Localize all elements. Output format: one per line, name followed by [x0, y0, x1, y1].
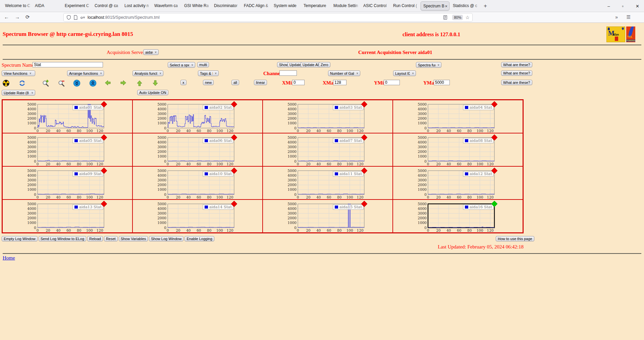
- what-are-these-button-3[interactable]: What are these?: [501, 80, 532, 85]
- arrow-right-icon[interactable]: [120, 79, 127, 87]
- spectrum-cell-aida13[interactable]: 010002000300040005000020406080100120aida…: [2, 200, 132, 233]
- tab-close-icon[interactable]: ×: [445, 2, 447, 10]
- what-are-these-button-1[interactable]: What are these?: [501, 62, 532, 67]
- xmax-input[interactable]: [333, 80, 346, 85]
- spectrum-cell-aida03[interactable]: 010002000300040005000020406080100120aida…: [263, 100, 393, 133]
- new-button[interactable]: new: [203, 80, 214, 85]
- browser-tab[interactable]: Welcome to C: [3, 1, 32, 10]
- browser-tab[interactable]: Experiment C: [62, 1, 91, 10]
- log-button[interactable]: Reset: [104, 236, 118, 241]
- auto-update-button[interactable]: Auto Update ON: [137, 90, 168, 95]
- arrow-left-icon[interactable]: [104, 79, 111, 87]
- update-rate-dropdown[interactable]: Update Rate (8 secs): [2, 90, 35, 96]
- browser-tab[interactable]: GSI White Ra: [182, 1, 211, 10]
- midas-logo[interactable]: M idas: [606, 26, 625, 42]
- zero-button[interactable]: Zero: [319, 62, 330, 67]
- spectrum-cell-aida05[interactable]: 010002000300040005000020406080100120aida…: [2, 133, 132, 166]
- number-of-galleries-dropdown[interactable]: Number of Galleries: [328, 70, 360, 76]
- select-spectrum-dropdown[interactable]: Select a spectrum: [168, 62, 195, 68]
- collapse-vertical-icon[interactable]: [73, 79, 80, 87]
- zoom-out-icon[interactable]: [58, 79, 65, 87]
- spectrum-cell-aida10[interactable]: 010002000300040005000020406080100120aida…: [132, 166, 263, 200]
- browser-tab[interactable]: System wide: [271, 1, 300, 10]
- spectrum-cell-aida12[interactable]: 010002000300040005000020406080100120aida…: [393, 166, 523, 200]
- hamburger-menu-icon[interactable]: ☰: [626, 14, 631, 20]
- spectrum-cell-aida08[interactable]: 010002000300040005000020406080100120aida…: [393, 133, 523, 166]
- analysis-functions-dropdown[interactable]: Analysis functions: [132, 70, 163, 76]
- tcl-powered-logo[interactable]: TCL POWERED: [626, 26, 635, 42]
- spectrum-cell-aida14[interactable]: 010002000300040005000020406080100120aida…: [132, 200, 263, 233]
- all-button[interactable]: all: [231, 80, 239, 85]
- spectrum-cell-aida15[interactable]: 010002000300040005000020406080100120aida…: [263, 200, 393, 233]
- back-icon[interactable]: ←: [4, 14, 9, 20]
- how-to-use-button[interactable]: How to use this page: [496, 236, 534, 241]
- minimize-icon[interactable]: –: [607, 4, 610, 9]
- log-button[interactable]: Enable Logging: [184, 236, 214, 241]
- spectrum-cell-aida11[interactable]: 010002000300040005000020406080100120aida…: [263, 166, 393, 200]
- spectrum-name-input[interactable]: [33, 62, 103, 67]
- browser-tab[interactable]: AIDA: [33, 1, 61, 10]
- site-info-icon[interactable]: [80, 15, 85, 19]
- log-button[interactable]: Show Variables: [119, 236, 148, 241]
- browser-tab[interactable]: Waveform ca: [152, 1, 181, 10]
- arrange-functions-dropdown[interactable]: Arrange functions: [67, 70, 104, 76]
- overflow-chevrons-icon[interactable]: »: [615, 14, 618, 20]
- log-button[interactable]: Empty Log Window: [2, 236, 38, 241]
- spectrum-cell-aida01[interactable]: 010002000300040005000020406080100120aida…: [2, 100, 132, 133]
- spectrum-cell-aida02[interactable]: 010002000300040005000020406080100120aida…: [132, 100, 263, 133]
- log-button[interactable]: Reload: [87, 236, 103, 241]
- spectrum-cell-aida04[interactable]: 010002000300040005000020406080100120aida…: [393, 100, 523, 133]
- home-link[interactable]: Home: [3, 255, 15, 261]
- view-functions-dropdown[interactable]: View functions: [2, 70, 35, 76]
- reload-icon[interactable]: ⟳: [25, 14, 30, 20]
- svg-text:aida12 Stat: aida12 Stat: [470, 171, 492, 176]
- browser-tab[interactable]: ASIC Control: [361, 1, 390, 10]
- multi-button[interactable]: multi: [197, 62, 209, 67]
- arrow-up-icon[interactable]: [136, 79, 144, 87]
- zoom-in-icon[interactable]: [42, 79, 49, 87]
- xmin-input[interactable]: [292, 80, 305, 85]
- browser-tab[interactable]: Spectrum B×: [421, 1, 449, 10]
- browser-tab[interactable]: Statistics @ c: [450, 1, 479, 10]
- x-button[interactable]: x: [180, 80, 186, 85]
- shield-icon[interactable]: [66, 15, 71, 20]
- arrow-down-icon[interactable]: [152, 79, 159, 87]
- close-icon[interactable]: ✕: [636, 4, 639, 9]
- tags-fits-dropdown[interactable]: Tags & Fits: [198, 70, 219, 76]
- layout-id-dropdown[interactable]: Layout ID=2: [393, 70, 416, 76]
- browser-tab[interactable]: Module Settin: [331, 1, 360, 10]
- refresh-icon[interactable]: [18, 79, 26, 87]
- page-icon[interactable]: [73, 15, 78, 20]
- zoom-level-badge[interactable]: 80%: [452, 15, 463, 20]
- browser-tab[interactable]: Run Control (: [391, 1, 420, 10]
- spectrum-cell-aida09[interactable]: 010002000300040005000020406080100120aida…: [2, 166, 132, 200]
- forward-icon[interactable]: →: [15, 14, 20, 20]
- browser-tab[interactable]: Discriminator: [212, 1, 240, 10]
- maximize-icon[interactable]: ▫: [622, 4, 624, 9]
- spectrum-cell-aida16[interactable]: 010002000300040005000020406080100120aida…: [393, 200, 523, 233]
- ymax-input[interactable]: [434, 80, 450, 85]
- browser-tab[interactable]: Control @ ca: [92, 1, 121, 10]
- acquisition-server-select[interactable]: aida01: [143, 49, 159, 55]
- expand-vertical-icon[interactable]: [89, 79, 97, 87]
- update-all-button[interactable]: Update All: [301, 62, 321, 67]
- reader-mode-icon[interactable]: [443, 15, 447, 20]
- url-bar[interactable]: localhost:8015/Spectrum/Spectrum.tml 80%…: [64, 13, 472, 21]
- browser-tab[interactable]: Lost activity n: [122, 1, 151, 10]
- ymin-input[interactable]: [384, 80, 400, 85]
- browser-tab[interactable]: Temperature: [301, 1, 330, 10]
- channel-input[interactable]: [279, 70, 297, 76]
- spectrum-cell-aida06[interactable]: 010002000300040005000020406080100120aida…: [132, 133, 263, 166]
- radiation-icon[interactable]: [2, 79, 10, 87]
- new-tab-button[interactable]: +: [482, 3, 489, 9]
- log-button[interactable]: Show Log Window: [149, 236, 183, 241]
- linear-button[interactable]: linear: [254, 80, 267, 85]
- svg-text:4000: 4000: [418, 107, 427, 111]
- browser-tab[interactable]: FADC Align &: [241, 1, 270, 10]
- what-are-these-button-2[interactable]: What are these?: [501, 70, 532, 76]
- bookmark-star-icon[interactable]: ☆: [465, 15, 470, 20]
- svg-text:80: 80: [337, 195, 341, 199]
- log-button[interactable]: Send Log Window to ELog: [39, 236, 86, 241]
- spectrum-cell-aida07[interactable]: 010002000300040005000020406080100120aida…: [263, 133, 393, 166]
- spectra-functions-dropdown[interactable]: Spectra functions: [416, 62, 441, 68]
